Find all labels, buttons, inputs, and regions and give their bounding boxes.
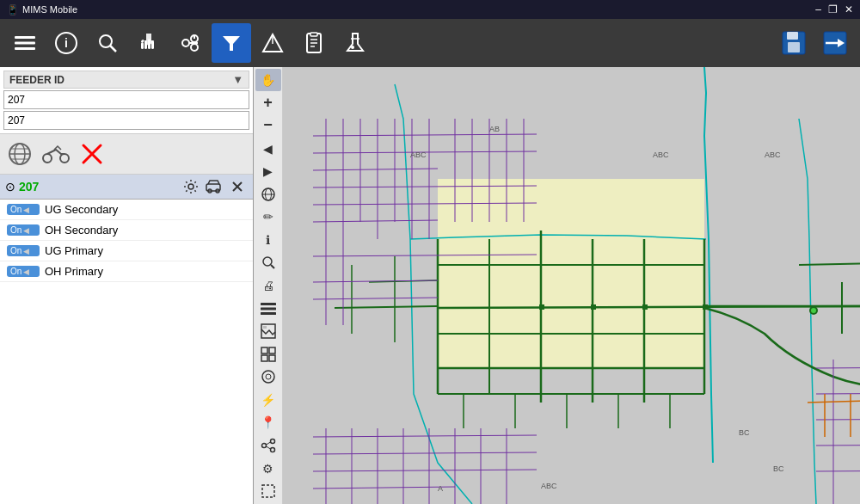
layer-item-oh-primary: On ◀ OH Primary — [0, 261, 253, 282]
globe-tool-button[interactable] — [3, 138, 36, 170]
toggle-on-label2: On — [10, 225, 22, 235]
svg-marker-16 — [223, 36, 240, 51]
svg-rect-166 — [703, 304, 708, 310]
toolbar-measure-button[interactable] — [253, 23, 292, 63]
svg-point-36 — [43, 154, 52, 163]
minimize-button[interactable]: – — [815, 3, 821, 15]
svg-text:ABC: ABC — [765, 151, 781, 159]
toolbar-right — [774, 23, 855, 63]
map-back-button[interactable]: ◀ — [255, 138, 281, 160]
svg-point-40 — [188, 184, 194, 189]
layer-item-oh-secondary: On ◀ OH Secondary — [0, 220, 253, 241]
close-button[interactable]: ✕ — [845, 3, 853, 15]
main-content: FEEDER ID ▼ 207 — [0, 67, 860, 504]
clear-tool-button[interactable] — [76, 138, 108, 170]
toggle-arrow-icon: ◀ — [23, 206, 29, 214]
app-icon: 📱 — [7, 4, 19, 15]
svg-point-5 — [100, 35, 112, 47]
map-circle-button[interactable] — [255, 366, 281, 389]
ug-secondary-toggle[interactable]: On ◀ — [7, 204, 40, 215]
oh-primary-label: OH Primary — [45, 265, 103, 278]
layer-close-button[interactable] — [227, 178, 248, 195]
svg-text:AB: AB — [489, 125, 500, 133]
svg-rect-2 — [15, 47, 35, 50]
toggle-arrow-icon3: ◀ — [23, 247, 29, 255]
map-info-button[interactable]: ℹ — [255, 229, 281, 251]
svg-rect-28 — [788, 42, 800, 52]
toolbar-tasks-button[interactable] — [294, 23, 334, 63]
map-network-button[interactable] — [255, 434, 281, 457]
map-print-button[interactable]: 🖨 — [255, 274, 281, 297]
map-globe-button[interactable] — [255, 183, 281, 206]
map-edit-button[interactable]: ✏ — [255, 206, 281, 228]
map-zoom-in-button[interactable]: + — [255, 92, 281, 114]
maximize-button[interactable]: ❐ — [828, 3, 838, 15]
left-panel: FEEDER ID ▼ 207 — [0, 67, 254, 504]
svg-text:i: i — [64, 36, 68, 50]
map-zoom-out-button[interactable]: − — [255, 114, 281, 137]
svg-rect-51 — [261, 303, 276, 305]
feeder-search-input[interactable] — [3, 90, 249, 109]
svg-rect-69 — [438, 179, 704, 368]
svg-point-11 — [182, 40, 189, 46]
svg-rect-163 — [539, 304, 544, 310]
svg-rect-55 — [263, 326, 267, 329]
svg-rect-7 — [144, 40, 147, 49]
app-title: 📱 MIMS Mobile — [7, 4, 77, 15]
svg-line-50 — [271, 265, 274, 268]
toolbar-pan-button[interactable] — [129, 23, 169, 63]
dropdown-arrow[interactable]: ▼ — [232, 73, 243, 86]
map-pin-button[interactable]: 📍 — [255, 412, 281, 434]
map-hand-button[interactable]: ✋ — [255, 69, 281, 91]
toolbar-info-button[interactable]: i — [46, 23, 86, 63]
map-settings-button[interactable]: ⚙ — [255, 458, 281, 480]
search-result-item[interactable]: 207 — [3, 111, 249, 130]
svg-rect-9 — [151, 40, 154, 49]
svg-point-62 — [261, 444, 266, 448]
toolbar-select-button[interactable] — [170, 23, 210, 63]
map-lightning-button[interactable]: ⚡ — [255, 389, 281, 411]
svg-rect-1 — [15, 42, 35, 45]
toolbar-filter-button[interactable] — [212, 23, 251, 63]
svg-rect-23 — [310, 33, 317, 36]
search-result-value: 207 — [8, 114, 25, 126]
oh-primary-toggle[interactable]: On ◀ — [7, 266, 40, 277]
svg-rect-53 — [261, 312, 276, 315]
toolbar-exit-button[interactable] — [815, 23, 855, 63]
svg-point-37 — [60, 154, 69, 163]
map-canvas[interactable]: ABC AB ABC ABC ABC AB BC BC ABC A Q ! — [283, 67, 860, 504]
map-forward-button[interactable]: ▶ — [255, 160, 281, 182]
map-type-button[interactable] — [255, 320, 281, 342]
svg-text:BC: BC — [739, 428, 750, 437]
svg-point-60 — [262, 371, 274, 383]
layer-header-controls — [181, 178, 248, 195]
titlebar: 📱 MIMS Mobile – ❐ ✕ — [0, 0, 860, 19]
svg-point-25 — [351, 46, 354, 49]
svg-point-63 — [270, 439, 274, 444]
layer-settings-button[interactable] — [181, 178, 201, 195]
map-select-box-button[interactable] — [255, 480, 281, 502]
toolbar-save-button[interactable] — [774, 23, 814, 63]
search-input-row — [3, 90, 249, 109]
map-svg: ABC AB ABC ABC ABC AB BC BC ABC A Q ! — [283, 67, 860, 504]
svg-point-14 — [191, 44, 198, 51]
svg-rect-10 — [141, 42, 144, 49]
svg-line-66 — [266, 446, 270, 449]
layer-item-ug-primary: On ◀ UG Primary — [0, 241, 253, 261]
oh-secondary-toggle[interactable]: On ◀ — [7, 224, 40, 236]
toggle-on-label: On — [10, 205, 22, 214]
toolbar-lab-button[interactable] — [335, 23, 375, 63]
map-area[interactable]: ✋ + − ◀ ▶ ✏ ℹ 🖨 — [254, 67, 860, 504]
map-grid-button[interactable] — [255, 343, 281, 366]
moto-tool-button[interactable] — [40, 138, 72, 170]
map-toolbar: ✋ + − ◀ ▶ ✏ ℹ 🖨 — [254, 67, 283, 504]
collapse-icon[interactable]: ⊙ — [5, 180, 15, 194]
svg-text:ABC: ABC — [653, 151, 669, 159]
map-search-button[interactable] — [255, 252, 281, 274]
toggle-arrow-icon2: ◀ — [23, 226, 29, 235]
ug-primary-toggle[interactable]: On ◀ — [7, 245, 40, 256]
toolbar-search-button[interactable] — [88, 23, 127, 63]
layer-vehicle-button[interactable] — [204, 178, 224, 195]
toolbar-menu-button[interactable] — [5, 23, 45, 63]
map-layers-button[interactable] — [255, 298, 281, 320]
